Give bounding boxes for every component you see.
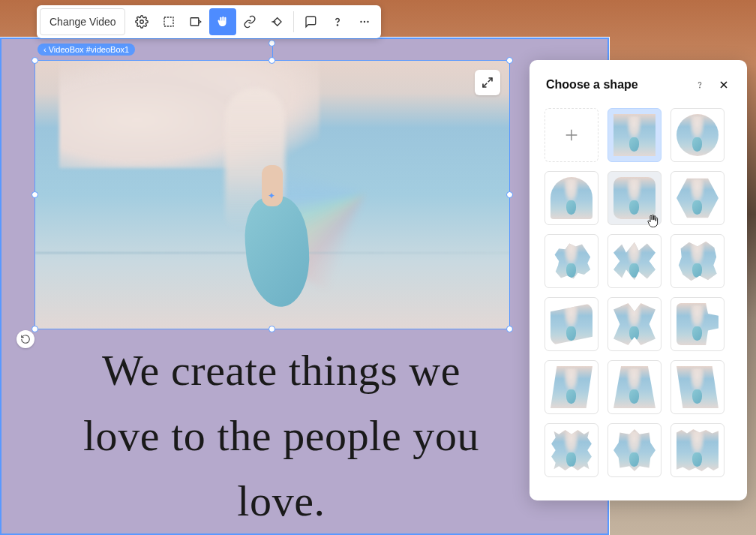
shape-thumb: [676, 114, 718, 156]
resize-handle-bl[interactable]: [32, 326, 38, 332]
resize-handle-tr[interactable]: [506, 57, 513, 64]
hero-text[interactable]: We create things we love to the people y…: [75, 338, 488, 533]
svg-rect-2: [191, 18, 200, 26]
plus-icon: [563, 127, 580, 143]
mask-icon: [189, 15, 202, 29]
shape-button[interactable]: [209, 8, 236, 35]
shape-rounded[interactable]: [608, 171, 662, 225]
shape-thumb: [550, 303, 592, 345]
svg-point-4: [361, 21, 362, 23]
add-custom-shape[interactable]: [544, 108, 598, 162]
resize-handle-ml[interactable]: [32, 191, 38, 198]
shape-panel: Choose a shape: [530, 60, 747, 500]
shape-arch[interactable]: [544, 171, 598, 225]
more-button[interactable]: [351, 8, 378, 35]
shape-thumb: [614, 177, 656, 219]
shape-hexagon[interactable]: [670, 171, 724, 225]
shape-thumb: [676, 429, 718, 471]
close-icon: [718, 79, 730, 91]
shape-ornate[interactable]: [608, 423, 662, 477]
shape-puzzle[interactable]: [608, 297, 662, 351]
animation-button[interactable]: [263, 8, 290, 35]
panel-header: Choose a shape: [530, 60, 747, 104]
shape-thumb: [676, 303, 718, 345]
mask-button[interactable]: [182, 8, 209, 35]
shape-square[interactable]: [608, 108, 662, 162]
help-button[interactable]: [324, 8, 351, 35]
shape-thumb: [676, 177, 718, 219]
shape-thumb: [614, 366, 656, 408]
crop-button[interactable]: [155, 8, 182, 35]
center-indicator-icon: ✦: [268, 191, 275, 201]
svg-point-0: [140, 20, 144, 24]
expand-icon: [481, 76, 494, 89]
shape-thumb: [676, 366, 718, 408]
element-tag[interactable]: VideoBox #videoBox1: [38, 44, 135, 56]
video-box[interactable]: ✦: [34, 60, 510, 329]
toolbar-divider: [293, 11, 294, 32]
panel-close-button[interactable]: [716, 77, 732, 93]
gear-icon: [135, 15, 148, 29]
shape-parallelogram-right[interactable]: [670, 360, 724, 414]
svg-point-6: [368, 21, 369, 23]
undo-button[interactable]: [16, 330, 34, 348]
expand-button[interactable]: [475, 70, 500, 95]
video-toolbar: Change Video: [37, 5, 381, 38]
resize-handle-mr[interactable]: [506, 191, 513, 198]
link-button[interactable]: [236, 8, 263, 35]
shape-thumb: [550, 177, 592, 219]
crop-icon: [162, 15, 176, 29]
settings-button[interactable]: [128, 8, 155, 35]
comment-button[interactable]: [297, 8, 324, 35]
shape-thumb: [614, 240, 656, 282]
resize-handle-tl[interactable]: [32, 57, 38, 64]
shape-thumb: [550, 366, 592, 408]
panel-help-button[interactable]: [692, 77, 708, 93]
svg-rect-1: [164, 17, 173, 26]
resize-handle-bc[interactable]: [268, 326, 275, 332]
shape-wave[interactable]: [544, 297, 598, 351]
shapes-grid: [544, 108, 735, 477]
rotate-handle[interactable]: [268, 40, 275, 47]
shape-stamp[interactable]: [544, 423, 598, 477]
animation-icon: [270, 15, 284, 29]
svg-point-5: [364, 21, 365, 23]
shape-thumb: [614, 114, 656, 156]
more-icon: [358, 15, 371, 29]
shape-bubbles[interactable]: [670, 234, 724, 288]
shape-thumb: [550, 240, 592, 282]
shape-zigzag[interactable]: [608, 234, 662, 288]
undo-icon: [20, 334, 31, 344]
shape-cloud[interactable]: [544, 234, 598, 288]
resize-handle-br[interactable]: [506, 326, 513, 332]
shape-parallelogram-left[interactable]: [544, 360, 598, 414]
shape-thumb: [550, 429, 592, 471]
panel-title: Choose a shape: [546, 78, 638, 92]
hand-wave-icon: [216, 15, 230, 29]
comment-icon: [304, 15, 317, 29]
shape-thumb: [614, 429, 656, 471]
svg-point-7: [700, 87, 700, 88]
shape-thumb: [676, 240, 718, 282]
shape-thumb: [614, 303, 656, 345]
svg-point-3: [338, 25, 338, 26]
question-icon: [694, 80, 705, 90]
shape-circle[interactable]: [670, 108, 724, 162]
shapes-scroll[interactable]: [530, 104, 747, 500]
shape-trapezoid[interactable]: [608, 360, 662, 414]
change-video-button[interactable]: Change Video: [40, 8, 125, 35]
shape-blob[interactable]: [670, 297, 724, 351]
link-icon: [243, 15, 256, 29]
shape-ripped[interactable]: [670, 423, 724, 477]
question-icon: [331, 15, 344, 29]
resize-handle-tc[interactable]: [268, 57, 275, 64]
